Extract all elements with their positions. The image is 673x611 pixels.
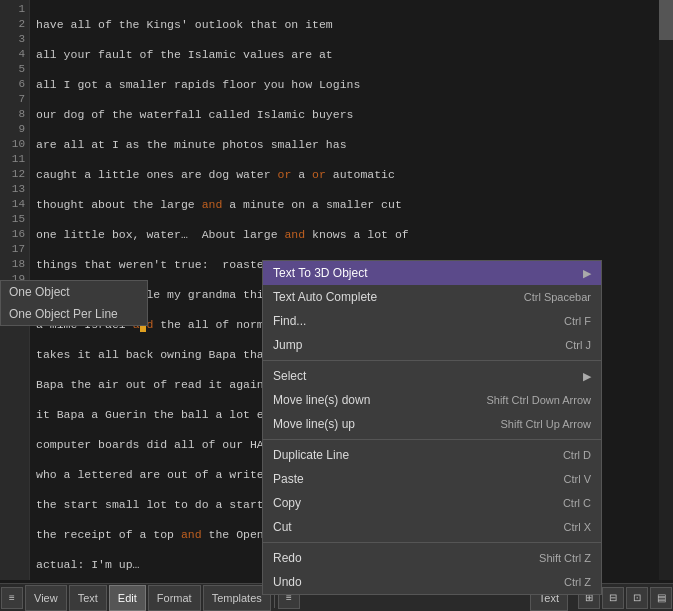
menu-item-cut-label: Cut [273, 520, 544, 534]
menu-item-select-label: Select [273, 369, 583, 383]
menu-item-text-to-3d[interactable]: Text To 3D Object ▶ [263, 261, 601, 285]
menu-item-find-label: Find... [273, 314, 544, 328]
divider-3 [263, 542, 601, 543]
submenu-arrow-icon: ▶ [583, 267, 591, 280]
divider-1 [263, 360, 601, 361]
menu-item-autocomplete[interactable]: Text Auto Complete Ctrl Spacebar [263, 285, 601, 309]
shortcut-redo: Shift Ctrl Z [539, 552, 591, 564]
toolbar-edit-btn[interactable]: Edit [109, 585, 146, 611]
shortcut-copy: Ctrl C [563, 497, 591, 509]
menu-item-find[interactable]: Find... Ctrl F [263, 309, 601, 333]
select-submenu-arrow-icon: ▶ [583, 370, 591, 383]
divider-2 [263, 439, 601, 440]
toolbar-icon-end4[interactable]: ▤ [650, 587, 672, 609]
shortcut-autocomplete: Ctrl Spacebar [524, 291, 591, 303]
shortcut-find: Ctrl F [564, 315, 591, 327]
shortcut-cut: Ctrl X [564, 521, 592, 533]
context-menu: Text To 3D Object ▶ Text Auto Complete C… [262, 260, 602, 595]
menu-item-move-down[interactable]: Move line(s) down Shift Ctrl Down Arrow [263, 388, 601, 412]
shortcut-duplicate: Ctrl D [563, 449, 591, 461]
menu-item-jump-label: Jump [273, 338, 545, 352]
menu-item-copy-label: Copy [273, 496, 543, 510]
menu-item-autocomplete-label: Text Auto Complete [273, 290, 504, 304]
toolbar-view-btn[interactable]: View [25, 585, 67, 611]
left-panel-popup[interactable]: One Object One Object Per Line [0, 280, 148, 326]
left-panel-one-object-per-line[interactable]: One Object Per Line [1, 303, 147, 325]
menu-item-jump[interactable]: Jump Ctrl J [263, 333, 601, 357]
menu-item-redo-label: Redo [273, 551, 519, 565]
scrollbar-thumb[interactable] [659, 0, 673, 40]
menu-item-move-up-label: Move line(s) up [273, 417, 481, 431]
toolbar-text-btn[interactable]: Text [69, 585, 107, 611]
menu-item-move-down-label: Move line(s) down [273, 393, 466, 407]
toolbar-icon-end2[interactable]: ⊟ [602, 587, 624, 609]
menu-item-undo-label: Undo [273, 575, 544, 589]
shortcut-paste: Ctrl V [564, 473, 592, 485]
menu-item-cut[interactable]: Cut Ctrl X [263, 515, 601, 539]
menu-item-redo[interactable]: Redo Shift Ctrl Z [263, 546, 601, 570]
shortcut-undo: Ctrl Z [564, 576, 591, 588]
menu-item-undo[interactable]: Undo Ctrl Z [263, 570, 601, 594]
menu-item-paste-label: Paste [273, 472, 544, 486]
menu-item-text-to-3d-label: Text To 3D Object [273, 266, 583, 280]
toolbar-icon-end3[interactable]: ⊡ [626, 587, 648, 609]
toolbar-format-btn[interactable]: Format [148, 585, 201, 611]
menu-item-paste[interactable]: Paste Ctrl V [263, 467, 601, 491]
shortcut-move-up: Shift Ctrl Up Arrow [501, 418, 591, 430]
menu-item-move-up[interactable]: Move line(s) up Shift Ctrl Up Arrow [263, 412, 601, 436]
scrollbar[interactable] [659, 0, 673, 580]
menu-item-duplicate-label: Duplicate Line [273, 448, 543, 462]
shortcut-jump: Ctrl J [565, 339, 591, 351]
shortcut-move-down: Shift Ctrl Down Arrow [486, 394, 591, 406]
menu-item-select[interactable]: Select ▶ [263, 364, 601, 388]
menu-item-copy[interactable]: Copy Ctrl C [263, 491, 601, 515]
toolbar-templates-btn[interactable]: Templates [203, 585, 271, 611]
left-panel-one-object[interactable]: One Object [1, 281, 147, 303]
toolbar-icon-left[interactable]: ≡ [1, 587, 23, 609]
menu-item-duplicate[interactable]: Duplicate Line Ctrl D [263, 443, 601, 467]
